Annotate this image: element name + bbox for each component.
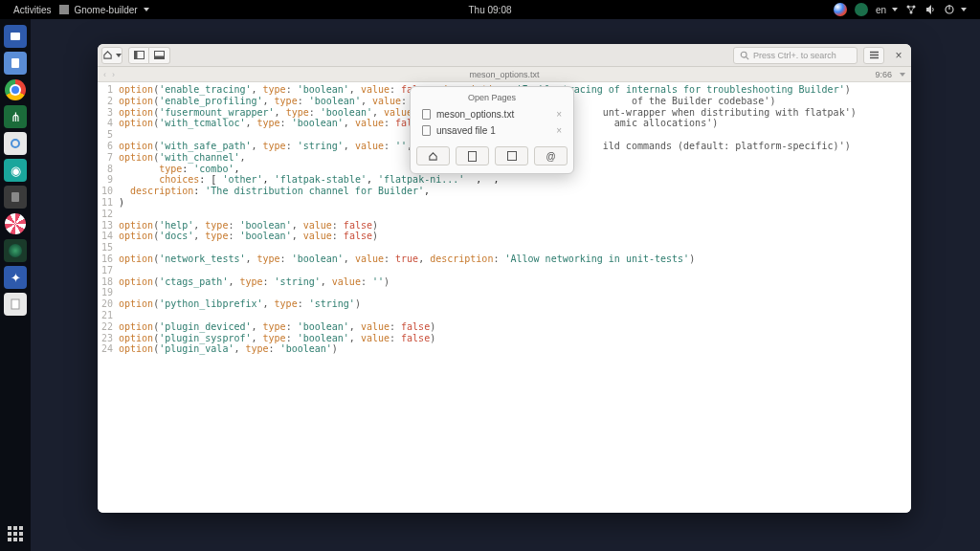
dock-app-files[interactable] <box>4 25 27 48</box>
new-file-icon <box>468 151 477 162</box>
show-apps-button[interactable] <box>4 522 27 545</box>
close-page-button[interactable]: × <box>556 125 562 136</box>
power-icon[interactable] <box>944 4 967 15</box>
open-page-row[interactable]: meson_options.txt × <box>416 106 568 122</box>
open-page-label: meson_options.txt <box>436 109 514 120</box>
dock-app-calc[interactable] <box>4 186 27 209</box>
fullscreen-icon <box>507 151 517 161</box>
open-page-row[interactable]: unsaved file 1 × <box>416 122 568 139</box>
dock-app-vscode[interactable]: ⋔ <box>4 105 27 128</box>
line-gutter: 123456789101112131415161718192021222324 <box>98 82 117 513</box>
panel-left-icon <box>134 51 145 59</box>
svg-rect-7 <box>11 58 19 68</box>
at-icon: @ <box>546 151 555 162</box>
chevron-down-icon <box>116 54 122 57</box>
bottom-panel-toggle[interactable] <box>149 47 170 64</box>
volume-icon[interactable] <box>924 4 936 15</box>
dock-app-chrome[interactable] <box>4 78 27 101</box>
popover-link-button[interactable]: @ <box>534 146 568 165</box>
search-input[interactable]: Press Ctrl+. to search <box>733 47 858 64</box>
lang-indicator[interactable]: en <box>876 5 898 15</box>
tab-title[interactable]: meson_options.txt <box>469 70 539 79</box>
tab-bar: ‹ › meson_options.txt 9:66 <box>98 67 911 82</box>
close-icon: × <box>895 49 902 62</box>
svg-line-15 <box>746 56 749 59</box>
dock-app-compass[interactable]: ✦ <box>4 266 27 289</box>
menu-icon <box>869 51 880 59</box>
search-icon <box>740 51 749 60</box>
network-icon[interactable] <box>905 4 917 15</box>
dock-app-globe[interactable] <box>4 239 27 262</box>
popover-home-button[interactable] <box>416 146 450 165</box>
popover-new-button[interactable] <box>456 146 489 165</box>
builder-icon <box>58 4 70 15</box>
home-button[interactable] <box>101 47 122 64</box>
panel-toggle-group <box>128 47 170 64</box>
svg-rect-11 <box>134 52 137 59</box>
cursor-position: 9:66 <box>875 70 892 79</box>
popover-button-row: @ <box>416 146 568 165</box>
gnome-topbar: Activities Gnome-builder Thu 09:08 en <box>0 0 980 19</box>
close-page-button[interactable]: × <box>556 109 562 120</box>
window-close-button[interactable]: × <box>890 47 907 64</box>
grid-icon <box>8 526 23 541</box>
tray-app-icon[interactable] <box>855 3 868 16</box>
open-page-label: unsaved file 1 <box>436 125 496 136</box>
file-icon <box>422 109 431 120</box>
dock-app-note[interactable] <box>4 293 27 316</box>
app-menu-label: Gnome-builder <box>74 5 137 15</box>
nav-back-button[interactable]: ‹ <box>103 70 106 79</box>
search-placeholder: Press Ctrl+. to search <box>753 51 836 60</box>
home-icon <box>102 50 113 60</box>
app-menu[interactable]: Gnome-builder <box>58 4 148 15</box>
svg-rect-6 <box>11 33 20 40</box>
dock-app-disk[interactable] <box>4 52 27 75</box>
nav-forward-button[interactable]: › <box>112 70 115 79</box>
popover-fullscreen-button[interactable] <box>495 146 528 165</box>
tab-menu-button[interactable] <box>900 73 905 77</box>
svg-rect-8 <box>11 192 19 202</box>
dock-app-settings[interactable] <box>4 132 27 155</box>
svg-rect-13 <box>155 56 165 59</box>
clock[interactable]: Thu 09:08 <box>468 5 511 15</box>
svg-rect-9 <box>11 299 19 309</box>
open-pages-popover: Open Pages meson_options.txt × unsaved f… <box>410 86 574 174</box>
headerbar: Press Ctrl+. to search × <box>98 44 911 67</box>
dock-app-candy[interactable] <box>4 212 27 235</box>
svg-rect-0 <box>59 5 69 14</box>
dock: ⋔ ◉ ✦ <box>0 19 31 551</box>
hamburger-menu[interactable] <box>863 47 884 64</box>
activities-button[interactable]: Activities <box>13 5 51 15</box>
dock-app-spiral[interactable]: ◉ <box>4 159 27 182</box>
popover-title: Open Pages <box>416 93 568 102</box>
svg-rect-20 <box>507 152 516 161</box>
svg-point-14 <box>741 52 746 57</box>
panel-bottom-icon <box>154 51 165 59</box>
tray-chrome-icon[interactable] <box>834 3 847 16</box>
file-icon <box>422 125 431 136</box>
svg-rect-19 <box>469 151 477 161</box>
chevron-down-icon <box>144 8 149 11</box>
home-icon <box>428 151 438 162</box>
left-panel-toggle[interactable] <box>128 47 149 64</box>
chevron-down-icon <box>892 8 898 11</box>
chevron-down-icon <box>961 8 967 11</box>
